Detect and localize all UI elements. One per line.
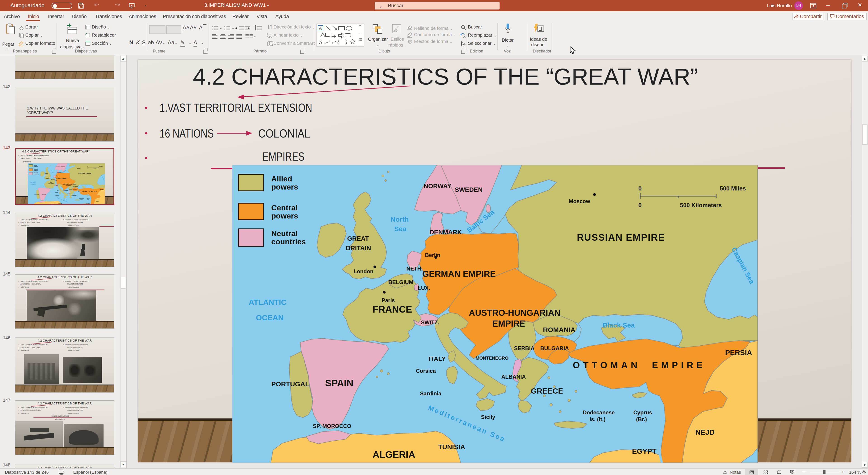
svg-text:Sicily: Sicily [481,414,495,420]
svg-text:BELGIUM: BELGIUM [388,279,413,285]
svg-text:bc: bc [463,35,466,38]
svg-text:NEJD: NEJD [695,428,714,436]
svg-text:GREAT: GREAT [347,235,369,242]
svg-text:countries: countries [271,237,306,246]
svg-text:London: London [353,268,373,274]
svg-text:LUX.: LUX. [417,285,430,291]
svg-text:0: 0 [638,202,641,208]
svg-text:Dodecanese: Dodecanese [583,409,614,415]
svg-text:Neutral: Neutral [271,229,298,237]
svg-text:NETH.: NETH. [406,265,423,271]
svg-text:BULGARIA: BULGARIA [540,345,569,351]
svg-text:GREECE: GREECE [530,386,563,395]
svg-text:MONTENEGRO: MONTENEGRO [475,355,508,360]
svg-text:ITALY: ITALY [428,355,446,362]
svg-text:Paris: Paris [381,297,395,303]
svg-text:Sardinia: Sardinia [420,390,441,396]
svg-text:ROMANIA: ROMANIA [543,326,575,333]
svg-text:North: North [391,215,408,223]
svg-text:OCEAN: OCEAN [256,313,283,322]
svg-text:BRITAIN: BRITAIN [346,244,371,251]
svg-text:Central: Central [271,203,298,212]
svg-text:ALGERIA: ALGERIA [372,449,415,459]
svg-text:GERMAN EMPIRE: GERMAN EMPIRE [422,269,495,278]
svg-text:AUSTRO-HUNGARIAN: AUSTRO-HUNGARIAN [469,308,560,317]
svg-text:Moscow: Moscow [568,198,590,204]
svg-text:EMPIRE: EMPIRE [492,319,525,328]
svg-text:SWITZ.: SWITZ. [421,319,439,325]
svg-text:Berlin: Berlin [425,252,440,258]
svg-text:PERSIA: PERSIA [725,348,752,356]
svg-text:SP. MOROCCO: SP. MOROCCO [313,423,351,429]
svg-text:ALBANIA: ALBANIA [501,374,526,380]
svg-text:TUNISIA: TUNISIA [438,443,465,450]
svg-text:FRANCE: FRANCE [372,304,412,315]
svg-text:A: A [319,26,322,31]
svg-text:EMPIRE: EMPIRE [652,360,705,370]
svg-text:DENMARK: DENMARK [429,229,462,235]
svg-text:EGYPT: EGYPT [632,447,656,455]
svg-text:Cyprus: Cyprus [633,409,652,415]
svg-text:RUSSIAN EMPIRE: RUSSIAN EMPIRE [577,232,665,242]
svg-text:powers: powers [271,211,298,220]
svg-text:OTTOMAN: OTTOMAN [572,360,640,370]
svg-text:Allied: Allied [271,174,292,183]
svg-text:ATLANTIC: ATLANTIC [248,298,286,306]
svg-text:PORTUGAL: PORTUGAL [271,380,309,387]
svg-text:0: 0 [638,185,641,191]
svg-text:SERBIA: SERBIA [514,345,534,351]
svg-text:Black Sea: Black Sea [602,321,634,329]
svg-text:Sea: Sea [394,225,406,232]
svg-text:(Br.): (Br.) [636,416,647,422]
svg-text:NORWAY: NORWAY [423,182,451,189]
svg-text:500 Miles: 500 Miles [719,185,746,191]
svg-text:SWEDEN: SWEDEN [455,186,483,193]
svg-text:Corsica: Corsica [416,367,436,374]
svg-text:Is. (It.): Is. (It.) [589,416,605,422]
svg-text:powers: powers [271,182,298,191]
svg-text:SPAIN: SPAIN [325,378,353,388]
svg-text:500 Kilometers: 500 Kilometers [680,202,721,208]
